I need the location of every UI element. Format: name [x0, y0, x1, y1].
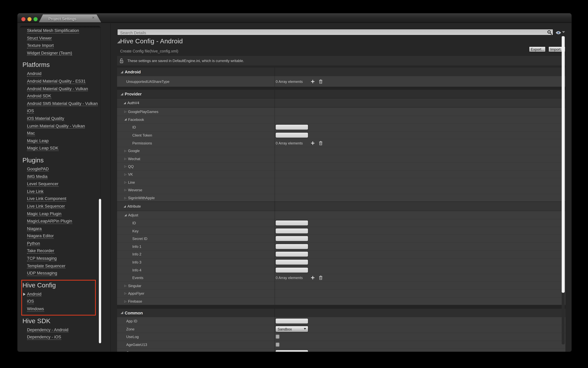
section-header-common[interactable]: Common — [117, 309, 566, 317]
group-row-singular[interactable]: ▷Singular — [117, 281, 566, 289]
sidebar-item-skeletal-mesh-simplification[interactable]: Skeletal Mesh Simplification — [20, 27, 100, 35]
sidebar-item-img-media[interactable]: IMG Media — [20, 173, 100, 180]
sidebar-item-android-material-quality-vulkan[interactable]: Android Material Quality - Vulkan — [20, 85, 100, 92]
id-input[interactable] — [276, 125, 308, 130]
sidebar-item-magic-leap[interactable]: Magic Leap — [20, 137, 100, 145]
sidebar-item-ios[interactable]: iOS — [20, 298, 100, 305]
collapsed-icon[interactable]: ▷ — [124, 292, 127, 295]
secret-id-input[interactable] — [276, 236, 308, 241]
sidebar-item-texture-import[interactable]: Texture Import — [20, 42, 100, 49]
collapsed-icon[interactable]: ▷ — [124, 110, 127, 113]
view-options-eye-icon[interactable] — [556, 29, 561, 36]
sidebar-item-magic-leap-sdk[interactable]: Magic Leap SDK — [20, 145, 100, 152]
sidebar-item-struct-viewer[interactable]: Struct Viewer — [20, 34, 100, 42]
tab-close-icon[interactable]: × — [92, 16, 95, 19]
subheader-row-attribute[interactable]: Attribute — [117, 202, 566, 211]
sidebar-item-android-material-quality-es31[interactable]: Android Material Quality - ES31 — [20, 78, 100, 85]
collapsed-icon[interactable]: ▷ — [124, 196, 127, 199]
sidebar-item-android[interactable]: Android — [20, 290, 100, 298]
group-row-weverse[interactable]: ▷Weverse — [117, 186, 566, 193]
sidebar-item-magicleaparpin-plugin[interactable]: MagicLeapARPin Plugin — [20, 217, 100, 225]
group-row-googleplaygames[interactable]: ▷GooglePlayGames — [117, 108, 566, 115]
sidebar-item-mac[interactable]: Mac — [20, 130, 100, 137]
sidebar-item-windows[interactable]: Windows — [20, 305, 100, 313]
collapsed-icon[interactable]: ▷ — [124, 157, 127, 160]
group-row-qq[interactable]: ▷QQ — [117, 162, 566, 170]
expanded-icon[interactable] — [121, 92, 123, 95]
sidebar-item-ios-material-quality[interactable]: iOS Material Quality — [20, 115, 100, 122]
info-4-input[interactable] — [276, 267, 308, 273]
page-collapse-icon[interactable] — [117, 40, 120, 43]
sidebar-item-level-sequencer[interactable]: Level Sequencer — [20, 180, 100, 188]
section-header-provider[interactable]: Provider — [117, 90, 566, 98]
id-input[interactable] — [276, 221, 308, 226]
collapsed-icon[interactable]: ▷ — [124, 149, 127, 152]
group-row-signinwithapple[interactable]: ▷SignInWithApple — [117, 194, 566, 202]
sidebar-item-magic-leap-plugin[interactable]: Magic Leap Plugin — [20, 210, 100, 217]
uselog-checkbox[interactable] — [276, 335, 280, 339]
sidebar-item-android[interactable]: Android — [20, 70, 100, 78]
panel-splitter[interactable] — [110, 22, 111, 352]
zone-dropdown[interactable]: Sandbox — [276, 326, 308, 332]
info-1-input[interactable] — [276, 244, 308, 249]
sidebar-item-android-sm5-material-quality-vulkan[interactable]: Android SM5 Material Quality - Vulkan — [20, 100, 100, 107]
expanded-icon[interactable] — [124, 102, 126, 104]
sidebar-item-widget-designer-team[interactable]: Widget Designer (Team) — [20, 49, 100, 57]
tab-project-settings[interactable]: Project Settings × — [39, 14, 101, 22]
sidebar-item-live-link-sequencer[interactable]: Live Link Sequencer — [20, 202, 100, 210]
add-element-button[interactable] — [311, 276, 314, 279]
sidebar-item-android-sdk[interactable]: Android SDK — [20, 92, 100, 100]
add-element-button[interactable] — [311, 80, 314, 83]
info-2-input[interactable] — [276, 252, 308, 257]
collapsed-icon[interactable]: ▷ — [124, 173, 127, 176]
minimize-button[interactable] — [27, 17, 32, 21]
sidebar-item-niagara[interactable]: Niagara — [20, 225, 100, 232]
view-options-caret-icon[interactable] — [562, 31, 565, 33]
collapsed-icon[interactable]: ▷ — [124, 189, 127, 192]
export-button[interactable]: Export... — [529, 46, 546, 52]
collapsed-icon[interactable]: ▷ — [124, 300, 127, 303]
expanded-icon[interactable] — [124, 118, 127, 120]
collapsed-icon[interactable]: ▷ — [124, 181, 127, 184]
sidebar-item-googlepad[interactable]: GooglePAD — [20, 165, 100, 173]
key-input[interactable] — [276, 228, 308, 233]
collapsed-icon[interactable]: ▷ — [124, 165, 127, 168]
zoom-button[interactable] — [33, 17, 38, 21]
group-row-line[interactable]: ▷Line — [117, 178, 566, 186]
company-input[interactable] — [276, 350, 308, 352]
sidebar-scrollbar[interactable] — [99, 199, 101, 343]
sidebar-item-live-link-component[interactable]: Live Link Component — [20, 195, 100, 202]
group-row-vk[interactable]: ▷VK — [117, 170, 566, 178]
expanded-icon[interactable] — [121, 71, 123, 73]
collapsed-icon[interactable]: ▷ — [124, 284, 127, 287]
agegateu13-checkbox[interactable] — [276, 342, 280, 347]
group-row-adjust[interactable]: Adjust — [117, 211, 566, 219]
sidebar-item-take-recorder[interactable]: Take Recorder — [20, 247, 100, 255]
sidebar-item-ios[interactable]: iOS — [20, 107, 100, 115]
group-row-google[interactable]: ▷Google — [117, 147, 566, 155]
group-row-appsflyer[interactable]: ▷AppsFlyer — [117, 289, 566, 297]
group-row-wechat[interactable]: ▷Wechat — [117, 155, 566, 162]
clear-array-button[interactable] — [319, 141, 322, 145]
sidebar-item-lumin-material-quality-vulkan[interactable]: Lumin Material Quality - Vulkan — [20, 122, 100, 130]
group-row-facebook[interactable]: Facebook — [117, 115, 566, 123]
sidebar-item-live-link[interactable]: Live Link — [20, 188, 100, 195]
page-subtitle[interactable]: Create Config file(hive_config.xml) — [120, 49, 178, 53]
info-3-input[interactable] — [276, 260, 308, 265]
sidebar-item-python[interactable]: Python — [20, 240, 100, 247]
main-scrollbar[interactable] — [562, 36, 565, 293]
sidebar-item-tcp-messaging[interactable]: TCP Messaging — [20, 255, 100, 262]
sidebar-item-template-sequencer[interactable]: Template Sequencer — [20, 262, 100, 270]
sidebar-item-niagara-editor[interactable]: Niagara Editor — [20, 232, 100, 240]
section-header-android[interactable]: Android — [117, 68, 566, 76]
group-row-firebase[interactable]: ▷Firebase — [117, 297, 566, 305]
expanded-icon[interactable] — [124, 214, 127, 216]
app-id-input[interactable] — [276, 319, 308, 324]
search-input[interactable] — [119, 29, 543, 36]
sidebar-item-dependency-android[interactable]: Dependency - Android — [20, 326, 100, 333]
sidebar-item-dependency-ios[interactable]: Dependency - iOS — [20, 333, 100, 341]
sidebar-item-udp-messaging[interactable]: UDP Messaging — [20, 270, 100, 277]
add-element-button[interactable] — [311, 141, 314, 145]
client-token-input[interactable] — [276, 133, 308, 138]
expanded-icon[interactable] — [124, 205, 126, 207]
